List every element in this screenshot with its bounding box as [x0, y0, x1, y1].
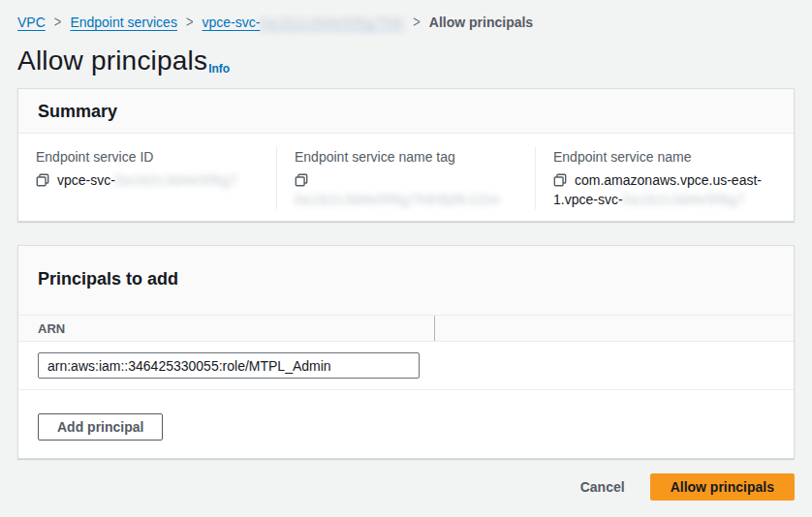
summary-field-endpoint-service-id: Endpoint service ID vpce-svc-0a1b2c3d4e5… [18, 147, 276, 209]
breadcrumb-service-id-prefix: vpce-svc- [203, 15, 261, 30]
principals-card: Principals to add ARN Add principal [17, 245, 795, 459]
chevron-right-icon: > [413, 12, 421, 34]
breadcrumb: VPC > Endpoint services > vpce-svc-0a1b2… [17, 0, 795, 31]
breadcrumb-item-vpc[interactable]: VPC [17, 14, 46, 31]
summary-body: Endpoint service ID vpce-svc-0a1b2c3d4e5… [18, 134, 794, 221]
title-row: Allow principalsInfo [17, 46, 795, 76]
chevron-right-icon: > [54, 12, 62, 34]
copy-icon[interactable] [36, 173, 49, 187]
summary-card-header: Summary [18, 89, 794, 134]
copy-icon[interactable] [295, 173, 308, 187]
allow-principals-button[interactable]: Allow principals [650, 473, 795, 501]
form-actions: Cancel Allow principals [17, 473, 795, 501]
field-value: vpce-svc-0a1b2c3d4e5f6g7 [36, 170, 259, 190]
field-label: Endpoint service ID [36, 147, 259, 167]
principals-card-header: Principals to add [18, 246, 794, 315]
breadcrumb-item-endpoint-services[interactable]: Endpoint services [70, 14, 177, 31]
field-value: 0a1b2c3d4e5f6g7h8i9j0k1l2m [295, 170, 517, 209]
copy-icon[interactable] [553, 173, 567, 187]
principals-table-header: ARN [18, 315, 794, 342]
principals-card-footer: Add principal [18, 389, 794, 458]
summary-field-service-name: Endpoint service name com.amazonaws.vpce… [535, 147, 794, 209]
redacted-service-id: 0a1b2c3d4e5f6g7h8i [260, 15, 404, 30]
summary-title: Summary [38, 102, 774, 122]
breadcrumb-item-service-id[interactable]: vpce-svc-0a1b2c3d4e5f6g7h8i [203, 14, 405, 31]
principals-title: Principals to add [38, 269, 774, 289]
redacted-value: 0a1b2c3d4e5f6g7h8i9j0k1l2m [295, 192, 501, 207]
redacted-value: 0a1b2c3d4e5f6g7 [115, 172, 238, 188]
page: VPC > Endpoint services > vpce-svc-0a1b2… [0, 0, 812, 501]
breadcrumb-item-current: Allow principals [429, 14, 533, 31]
summary-card: Summary Endpoint service ID vpce-svc-0a1… [17, 88, 795, 222]
cancel-button[interactable]: Cancel [580, 479, 625, 495]
field-value: com.amazonaws.vpce.us-east-1.vpce-svc-0a… [553, 170, 776, 209]
redacted-value: 0a1b2c3d4e5f6g7 [623, 192, 746, 207]
value-prefix: vpce-svc- [57, 172, 115, 188]
arn-input-row [18, 342, 794, 389]
add-principal-button[interactable]: Add principal [38, 413, 163, 441]
summary-field-service-name-tag: Endpoint service name tag 0a1b2c3d4e5f6g… [276, 147, 535, 209]
column-header-arn: ARN [18, 316, 435, 341]
field-label: Endpoint service name [553, 147, 776, 167]
field-label: Endpoint service name tag [295, 147, 517, 167]
arn-input[interactable] [38, 352, 420, 379]
page-title: Allow principals [17, 46, 207, 76]
info-link[interactable]: Info [208, 62, 230, 76]
chevron-right-icon: > [186, 12, 194, 34]
